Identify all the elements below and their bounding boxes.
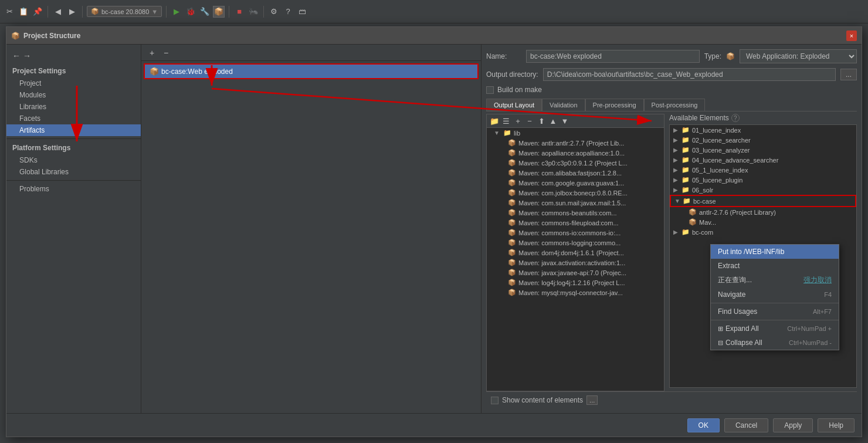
stop-icon[interactable]: ■ — [233, 6, 245, 18]
database-icon[interactable]: 🗃 — [296, 6, 308, 18]
project-name: bc-case 20.8080 — [101, 8, 149, 15]
separator-3 — [166, 6, 167, 18]
ide-toolbar: ✂ 📋 📌 ◀ ▶ 📦 bc-case 20.8080 ▼ ▶ 🐞 🔧 📦 ■ … — [0, 0, 868, 23]
cut-icon[interactable]: ✂ — [4, 6, 15, 18]
settings-icon[interactable]: ⚙ — [268, 6, 280, 18]
forward-icon[interactable]: ▶ — [66, 6, 78, 18]
run-icon[interactable]: ▶ — [171, 6, 182, 18]
separator-5 — [263, 6, 264, 18]
paste-icon[interactable]: 📌 — [32, 6, 43, 18]
debug-icon[interactable]: 🐞 — [185, 6, 196, 18]
ant-icon[interactable]: 🐜 — [247, 6, 259, 18]
separator-2 — [82, 6, 83, 18]
project-selector[interactable]: 📦 bc-case 20.8080 ▼ — [87, 6, 162, 17]
separator-1 — [48, 6, 48, 18]
separator-4 — [229, 6, 229, 18]
artifact-icon[interactable]: 📦 — [213, 6, 225, 18]
copy-icon[interactable]: 📋 — [18, 6, 29, 18]
back-icon[interactable]: ◀ — [52, 6, 64, 18]
help-icon[interactable]: ? — [282, 6, 294, 18]
profile-icon[interactable]: 🔧 — [199, 6, 211, 18]
